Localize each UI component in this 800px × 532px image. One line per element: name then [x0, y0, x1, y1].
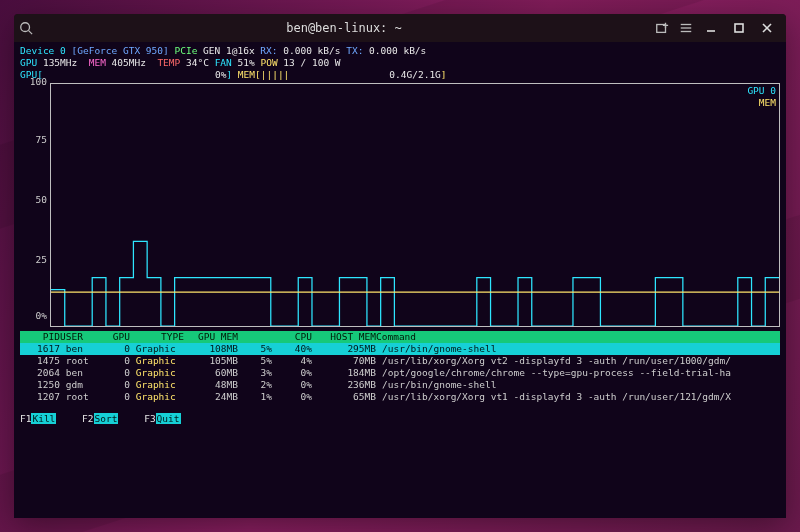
- svg-rect-9: [735, 24, 743, 32]
- process-table: PID USER GPU TYPE GPU MEM CPU HOST MEM C…: [20, 331, 780, 403]
- col-user[interactable]: USER: [60, 331, 100, 343]
- col-cpu[interactable]: CPU: [272, 331, 312, 343]
- table-row[interactable]: 1207 root0 Graphic24MB1%0%65MB/usr/lib/x…: [20, 391, 780, 403]
- f3-action[interactable]: Quit: [156, 413, 181, 424]
- maximize-button[interactable]: [726, 17, 752, 39]
- col-gpu[interactable]: GPU: [100, 331, 130, 343]
- graph-legend: GPU 0 MEM: [747, 85, 776, 109]
- table-row[interactable]: 1617 ben0 Graphic108MB5%40%295MB/usr/bin…: [20, 343, 780, 355]
- col-hostmem[interactable]: HOST MEM: [312, 331, 376, 343]
- col-gpumem[interactable]: GPU MEM: [190, 331, 238, 343]
- terminal-body: Device 0 [GeForce GTX 950] PCIe GEN 1@16…: [14, 42, 786, 518]
- f1-key[interactable]: F1: [20, 413, 31, 424]
- f2-key[interactable]: F2: [82, 413, 93, 424]
- utilization-graph: 100 75 50 25 0% GPU 0 MEM: [50, 83, 780, 327]
- process-header[interactable]: PID USER GPU TYPE GPU MEM CPU HOST MEM C…: [20, 331, 780, 343]
- menu-icon[interactable]: [674, 16, 698, 40]
- window-title: ben@ben-linux: ~: [286, 21, 402, 35]
- graph-plot: [51, 84, 779, 326]
- table-row[interactable]: 1250 gdm0 Graphic48MB2%0%236MB/usr/bin/g…: [20, 379, 780, 391]
- col-command[interactable]: Command: [376, 331, 780, 343]
- col-type[interactable]: TYPE: [130, 331, 190, 343]
- titlebar[interactable]: ben@ben-linux: ~: [14, 14, 786, 42]
- svg-point-0: [21, 23, 30, 32]
- f3-key[interactable]: F3: [144, 413, 155, 424]
- device-bars: GPU[0%] MEM[|||||0.4G/2.1G]: [20, 69, 780, 81]
- col-mem[interactable]: [238, 331, 272, 343]
- minimize-button[interactable]: [698, 17, 724, 39]
- f1-action[interactable]: Kill: [31, 413, 56, 424]
- footer-bar: F1Kill F2Sort F3Quit: [20, 413, 780, 425]
- f2-action[interactable]: Sort: [94, 413, 119, 424]
- table-row[interactable]: 2064 ben0 Graphic60MB3%0%184MB/opt/googl…: [20, 367, 780, 379]
- search-icon[interactable]: [14, 16, 38, 40]
- device-line-1: Device 0 [GeForce GTX 950] PCIe GEN 1@16…: [20, 45, 780, 57]
- col-pid[interactable]: PID: [20, 331, 60, 343]
- close-button[interactable]: [754, 17, 780, 39]
- terminal-window: ben@ben-linux: ~ Device 0 [GeForce GTX 9…: [14, 14, 786, 518]
- svg-line-1: [29, 31, 33, 35]
- device-line-2: GPU 135MHz MEM 405MHz TEMP 34°C FAN 51% …: [20, 57, 780, 69]
- new-tab-icon[interactable]: [650, 16, 674, 40]
- graph-y-axis: 100 75 50 25 0%: [23, 78, 49, 332]
- table-row[interactable]: 1475 root0 Graphic105MB5%4%70MB/usr/lib/…: [20, 355, 780, 367]
